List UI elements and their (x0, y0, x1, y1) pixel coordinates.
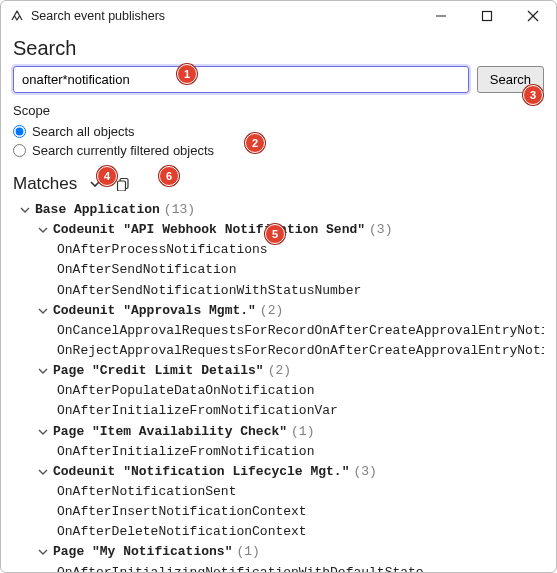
tree-leaf-label: OnAfterInsertNotificationContext (57, 502, 307, 522)
callout-badge-2: 2 (245, 133, 265, 153)
tree-leaf-label: OnAfterSendNotification (57, 260, 236, 280)
tree-leaf-label: OnAfterInitializeFromNotification (57, 442, 314, 462)
tree-leaf-label: OnAfterDeleteNotificationContext (57, 522, 307, 542)
chevron-down-icon[interactable] (37, 365, 49, 377)
chevron-down-icon[interactable] (37, 466, 49, 478)
tree-node-count: (3) (369, 220, 392, 240)
tree-node-label: Codeunit "Notification Lifecycle Mgt." (53, 462, 349, 482)
scope-option-filtered[interactable]: Search currently filtered objects (13, 141, 544, 160)
tree-node-label: Page "Credit Limit Details" (53, 361, 264, 381)
tree-node-label: Base Application (35, 200, 160, 220)
tree-node[interactable]: Page "Item Availability Check"(1) (13, 422, 544, 442)
callout-badge-6: 6 (159, 166, 179, 186)
window-title: Search event publishers (31, 9, 165, 23)
callout-badge-1: 1 (177, 64, 197, 84)
tree-node-count: (1) (236, 542, 259, 562)
callout-badge-5: 5 (265, 224, 285, 244)
close-button[interactable] (510, 1, 556, 31)
titlebar: Search event publishers (1, 1, 556, 31)
tree-leaf[interactable]: OnAfterSendNotification (13, 260, 544, 280)
chevron-down-icon[interactable] (37, 305, 49, 317)
tree-leaf[interactable]: OnCancelApprovalRequestsForRecordOnAfter… (13, 321, 544, 341)
tree-leaf-label: OnRejectApprovalRequestsForRecordOnAfter… (57, 341, 544, 361)
tree-leaf[interactable]: OnAfterDeleteNotificationContext (13, 522, 544, 542)
tree-leaf-label: OnAfterSendNotificationWithStatusNumber (57, 281, 361, 301)
tree-node[interactable]: Codeunit "Approvals Mgmt."(2) (13, 301, 544, 321)
tree-node-label: Page "Item Availability Check" (53, 422, 287, 442)
scope-option-label: Search all objects (32, 124, 135, 139)
callout-badge-3: 3 (523, 85, 543, 105)
scope-radio-all[interactable] (13, 125, 26, 138)
tree-leaf-label: OnAfterNotificationSent (57, 482, 236, 502)
scope-radio-filtered[interactable] (13, 144, 26, 157)
tree-leaf[interactable]: OnAfterInitializeFromNotification (13, 442, 544, 462)
tree-leaf[interactable]: OnAfterSendNotificationWithStatusNumber (13, 281, 544, 301)
tree-leaf[interactable]: OnAfterPopulateDataOnNotification (13, 381, 544, 401)
svg-rect-1 (483, 12, 492, 21)
tree-leaf[interactable]: OnAfterInitializingNotificationWithDefau… (13, 563, 544, 573)
tree-node[interactable]: Codeunit "Notification Lifecycle Mgt."(3… (13, 462, 544, 482)
tree-node-label: Codeunit "Approvals Mgmt." (53, 301, 256, 321)
tree-leaf-label: OnAfterPopulateDataOnNotification (57, 381, 314, 401)
tree-node-count: (13) (164, 200, 195, 220)
tree-leaf[interactable]: OnAfterNotificationSent (13, 482, 544, 502)
tree-node-count: (1) (291, 422, 314, 442)
tree-node-count: (3) (353, 462, 376, 482)
tree-node-label: Codeunit "API Webhook Notification Send" (53, 220, 365, 240)
scope-option-label: Search currently filtered objects (32, 143, 214, 158)
matches-label: Matches (13, 174, 77, 194)
minimize-button[interactable] (418, 1, 464, 31)
chevron-down-icon[interactable] (37, 426, 49, 438)
tree-leaf[interactable]: OnAfterInsertNotificationContext (13, 502, 544, 522)
chevron-down-icon[interactable] (37, 546, 49, 558)
tree-node-label: Page "My Notifications" (53, 542, 232, 562)
callout-badge-4: 4 (97, 166, 117, 186)
maximize-button[interactable] (464, 1, 510, 31)
app-icon (9, 8, 25, 24)
tree-leaf-label: OnAfterInitializeFromNotificationVar (57, 401, 338, 421)
chevron-down-icon[interactable] (37, 224, 49, 236)
tree-leaf[interactable]: OnRejectApprovalRequestsForRecordOnAfter… (13, 341, 544, 361)
tree-node[interactable]: Page "My Notifications"(1) (13, 542, 544, 562)
tree-root[interactable]: Base Application(13) (13, 200, 544, 220)
tree-leaf-label: OnCancelApprovalRequestsForRecordOnAfter… (57, 321, 544, 341)
tree-leaf-label: OnAfterProcessNotifications (57, 240, 268, 260)
tree-node-count: (2) (268, 361, 291, 381)
scope-label: Scope (13, 103, 544, 118)
search-heading: Search (13, 37, 544, 60)
results-tree: Base Application(13)Codeunit "API Webhoo… (13, 200, 544, 573)
tree-node-count: (2) (260, 301, 283, 321)
scope-option-all[interactable]: Search all objects (13, 122, 544, 141)
svg-rect-5 (118, 181, 126, 191)
search-input[interactable] (13, 66, 469, 93)
tree-leaf[interactable]: OnAfterInitializeFromNotificationVar (13, 401, 544, 421)
tree-node[interactable]: Page "Credit Limit Details"(2) (13, 361, 544, 381)
tree-leaf-label: OnAfterInitializingNotificationWithDefau… (57, 563, 424, 573)
chevron-down-icon[interactable] (19, 204, 31, 216)
